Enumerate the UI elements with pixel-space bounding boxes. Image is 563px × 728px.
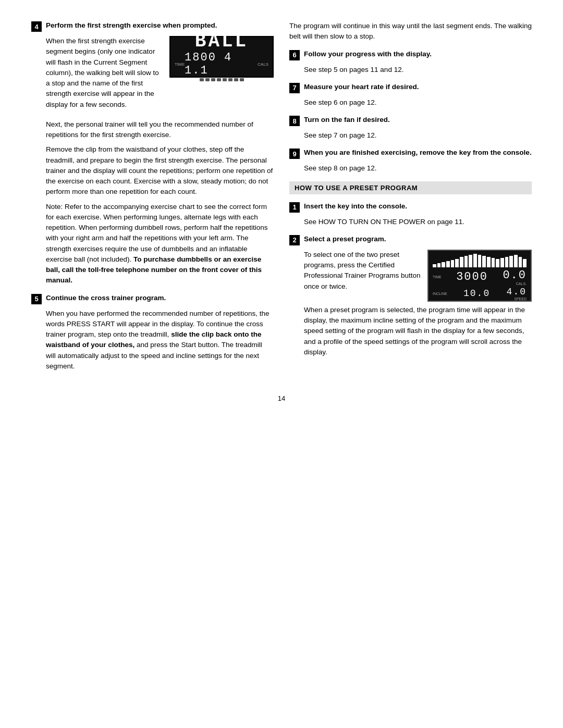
step6-header: 6 Follow your progress with the display.	[289, 50, 532, 60]
bar-item	[523, 259, 527, 267]
page-number: 14	[31, 394, 532, 402]
bar-item	[446, 261, 450, 267]
step7-header: 7 Measure your heart rate if desired.	[289, 82, 532, 93]
step9-header: 9 When you are finished exercising, remo…	[289, 148, 532, 159]
step8-header: 8 Turn on the fan if desired.	[289, 115, 532, 126]
step4-intro-text: When the first strength exercise segment…	[46, 36, 163, 114]
bar-item	[514, 255, 518, 267]
bar-chart	[433, 254, 527, 267]
step6-number: 6	[289, 50, 300, 60]
display2-cals-value: 0.0	[503, 269, 527, 282]
step6-body: See step 5 on pages 11 and 12.	[289, 65, 532, 75]
step4-with-image: When the first strength exercise segment…	[46, 36, 274, 114]
bar-item	[482, 256, 486, 267]
step9-body: See step 8 on page 12.	[289, 163, 532, 174]
bar-item	[505, 257, 509, 267]
preset-step2-para2: When a preset program is selected, the p…	[304, 305, 532, 357]
step5-header: 5 Continue the cross trainer program.	[31, 293, 274, 304]
step4-number: 4	[31, 21, 42, 32]
section-header-bar: HOW TO USE A PRESET PROGRAM	[289, 181, 532, 194]
step9-number: 9	[289, 149, 300, 159]
step4-para2: Next, the personal trainer will tell you…	[46, 119, 274, 141]
bar-item	[464, 256, 468, 267]
display-numbers: 1800 4 1.1	[185, 51, 258, 77]
step9-title: When you are finished exercising, remove…	[304, 148, 532, 158]
step9-ref: See step 8 on page 12.	[304, 163, 532, 174]
preset-step1-body: See HOW TO TURN ON THE POWER on page 11.	[289, 217, 532, 227]
display2-cals-label: CALS.	[516, 282, 527, 286]
preset-step2-content: To select one of the two preset programs…	[304, 250, 532, 302]
preset-step2-header: 2 Select a preset program.	[289, 235, 532, 245]
step7-title: Measure your heart rate if desired.	[304, 82, 419, 92]
bar-item	[496, 259, 499, 267]
step8-body: See step 7 on page 12.	[289, 130, 532, 141]
step4-header: 4 Perform the first strength exercise wh…	[31, 21, 274, 32]
step7-body: See step 6 on page 12.	[289, 97, 532, 108]
display2-numbers-top: TIME 3000 0.0 CALS.	[433, 269, 527, 286]
display2-speed-value: 4.0	[507, 287, 527, 297]
bar-item	[469, 255, 472, 267]
left-column: 4 Perform the first strength exercise wh…	[31, 21, 274, 379]
preset-step1-number: 1	[289, 202, 300, 213]
preset-step2-number: 2	[289, 235, 300, 245]
bar-item	[437, 263, 441, 267]
bar-item	[492, 258, 495, 267]
right-column: The program will continue in this way un…	[289, 21, 532, 379]
right-intro-para: The program will continue in this way un…	[289, 21, 532, 42]
step5-body: When you have performed the recommended …	[31, 309, 274, 372]
ball-display: BALL TIME 1800 4 1.1 CALS	[169, 36, 274, 78]
bar-item	[433, 264, 436, 267]
step4-body: When the first strength exercise segment…	[31, 36, 274, 286]
preset-step2-title: Select a preset program.	[304, 235, 386, 244]
display-dots	[200, 78, 244, 81]
bar-item	[455, 259, 459, 267]
bar-item	[460, 257, 463, 267]
bar-item	[478, 255, 482, 267]
display-ball-text: BALL	[195, 32, 248, 51]
preset-display: TIME 3000 0.0 CALS. INCLINE 10.0 4.0	[427, 250, 532, 302]
step5-para1: When you have performed the recommended …	[46, 309, 274, 372]
bar-item	[519, 257, 522, 267]
bar-item	[487, 257, 491, 267]
display-cals-label: CALS	[258, 62, 268, 67]
step8-number: 8	[289, 116, 300, 126]
bar-item	[500, 258, 504, 267]
step5-number: 5	[31, 294, 42, 304]
step6-title: Follow your progress with the display.	[304, 50, 432, 59]
display2-numbers-bottom: INCLINE 10.0 4.0 SPEED	[433, 287, 527, 301]
preset-step2-text: To select one of the two preset programs…	[304, 250, 421, 296]
display-time-label: TIME	[175, 62, 185, 67]
preset-step1-title: Insert the key into the console.	[304, 202, 407, 212]
preset-step2-body: To select one of the two preset programs…	[289, 250, 532, 357]
display2-incline-value: 10.0	[463, 288, 490, 299]
step4-para4: Note: Refer to the accompanying exercise…	[46, 202, 274, 286]
step4-title: Perform the first strength exercise when…	[46, 21, 217, 31]
step6-ref: See step 5 on pages 11 and 12.	[304, 65, 532, 75]
bar-item	[451, 260, 455, 267]
preset-step1-ref: See HOW TO TURN ON THE POWER on page 11.	[304, 217, 532, 227]
step7-number: 7	[289, 83, 300, 93]
display-time-row: TIME 1800 4 1.1 CALS	[175, 51, 268, 77]
preset-step1-header: 1 Insert the key into the console.	[289, 202, 532, 213]
display2-time-label: TIME	[433, 275, 442, 279]
display2-speed-label: SPEED	[514, 297, 527, 301]
display2-time-value: 3000	[456, 270, 488, 283]
step4-para4-text: Note: Refer to the accompanying exercise…	[46, 203, 267, 263]
bar-item	[442, 262, 445, 267]
step8-ref: See step 7 on page 12.	[304, 130, 532, 141]
bar-item	[509, 256, 513, 267]
step8-title: Turn on the fan if desired.	[304, 115, 390, 125]
bar-item	[473, 254, 477, 267]
step7-ref: See step 6 on page 12.	[304, 97, 532, 108]
step5-title: Continue the cross trainer program.	[46, 293, 166, 303]
display2-incline-label: INCLINE	[433, 292, 447, 295]
step4-para3: Remove the clip from the waistband of yo…	[46, 144, 274, 197]
preset-step2-para1: To select one of the two preset programs…	[304, 250, 421, 292]
